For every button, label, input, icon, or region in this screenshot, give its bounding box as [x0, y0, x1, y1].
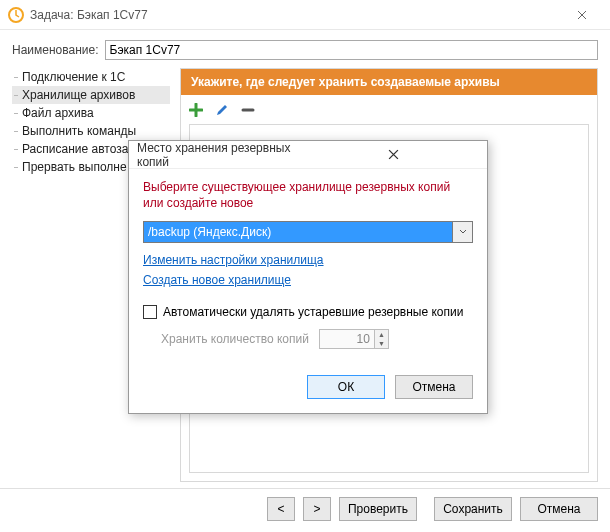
forward-button[interactable]: > — [303, 497, 331, 521]
modal-title: Место хранения резервных копий — [137, 141, 308, 169]
back-button[interactable]: < — [267, 497, 295, 521]
minus-icon[interactable] — [241, 103, 255, 117]
keep-copies-row: Хранить количество копий ▲ ▼ — [161, 329, 473, 349]
auto-delete-label: Автоматически удалять устаревшие резервн… — [163, 305, 463, 319]
save-button[interactable]: Сохранить — [434, 497, 512, 521]
separator — [425, 497, 426, 521]
modal-ok-button[interactable]: ОК — [307, 375, 385, 399]
link-edit-storage[interactable]: Изменить настройки хранилища — [143, 253, 324, 267]
chevron-down-icon[interactable] — [452, 222, 472, 242]
modal-footer: ОК Отмена — [129, 365, 487, 413]
storage-combo[interactable]: /backup (Яндекс.Диск) — [143, 221, 473, 243]
sidebar-item-archive-file[interactable]: Файл архива — [12, 104, 170, 122]
modal-close-icon[interactable] — [308, 143, 479, 167]
link-new-storage[interactable]: Создать новое хранилище — [143, 273, 291, 287]
modal-body: Выберите существующее хранилище резервны… — [129, 169, 487, 365]
content-toolbar — [181, 95, 597, 122]
sidebar-item-storage[interactable]: Хранилище архивов — [12, 86, 170, 104]
check-button[interactable]: Проверить — [339, 497, 417, 521]
window-title: Задача: Бэкап 1Cv77 — [30, 8, 562, 22]
auto-delete-row: Автоматически удалять устаревшие резервн… — [143, 305, 473, 319]
sidebar-item-commands[interactable]: Выполнить команды — [12, 122, 170, 140]
modal-cancel-button[interactable]: Отмена — [395, 375, 473, 399]
name-label: Наименование: — [12, 43, 99, 57]
keep-copies-spinner[interactable]: ▲ ▼ — [319, 329, 389, 349]
content-header: Укажите, где следует хранить создаваемые… — [181, 69, 597, 95]
storage-combo-value: /backup (Яндекс.Диск) — [144, 222, 452, 242]
footer: < > Проверить Сохранить Отмена — [0, 488, 610, 529]
cancel-button[interactable]: Отмена — [520, 497, 598, 521]
app-icon — [8, 7, 24, 23]
plus-icon[interactable] — [189, 103, 203, 117]
titlebar: Задача: Бэкап 1Cv77 — [0, 0, 610, 30]
name-row: Наименование: — [0, 30, 610, 68]
sidebar-item-connection[interactable]: Подключение к 1С — [12, 68, 170, 86]
spinner-down-icon[interactable]: ▼ — [375, 339, 388, 348]
keep-copies-input[interactable] — [320, 330, 374, 348]
spinner-up-icon[interactable]: ▲ — [375, 330, 388, 339]
modal-hint: Выберите существующее хранилище резервны… — [143, 179, 473, 211]
auto-delete-checkbox[interactable] — [143, 305, 157, 319]
pencil-icon[interactable] — [215, 103, 229, 117]
name-input[interactable] — [105, 40, 598, 60]
modal-titlebar: Место хранения резервных копий — [129, 141, 487, 169]
close-icon[interactable] — [562, 1, 602, 29]
storage-modal: Место хранения резервных копий Выберите … — [128, 140, 488, 414]
keep-copies-label: Хранить количество копий — [161, 332, 309, 346]
spinner-buttons: ▲ ▼ — [374, 330, 388, 348]
